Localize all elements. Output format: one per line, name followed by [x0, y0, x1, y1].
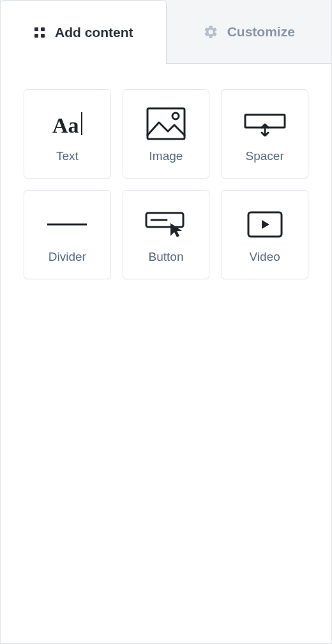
tile-label: Image: [149, 149, 183, 163]
tile-button[interactable]: Button: [123, 190, 210, 279]
image-icon: [146, 105, 186, 143]
video-icon: [247, 205, 283, 244]
tab-bar: Add content Customize: [1, 0, 331, 64]
tab-label: Customize: [227, 24, 295, 40]
svg-point-5: [172, 113, 179, 119]
tile-divider[interactable]: Divider: [24, 190, 111, 279]
tile-label: Video: [250, 250, 280, 264]
svg-rect-0: [34, 27, 38, 31]
tile-grid: Aa Text Image: [24, 89, 308, 279]
svg-rect-3: [41, 34, 45, 38]
tile-spacer[interactable]: Spacer: [221, 89, 308, 179]
svg-rect-2: [34, 34, 38, 38]
gear-icon: [203, 24, 218, 40]
tile-image[interactable]: Image: [123, 89, 210, 179]
svg-marker-12: [262, 220, 269, 229]
spacer-icon: [244, 105, 286, 143]
svg-rect-1: [41, 27, 45, 31]
grid-icon: [33, 26, 46, 39]
svg-rect-4: [147, 108, 185, 139]
tile-label: Spacer: [246, 149, 284, 163]
button-icon: [145, 205, 187, 244]
tab-add-content[interactable]: Add content: [1, 0, 167, 64]
tile-label: Text: [56, 149, 79, 163]
tab-customize[interactable]: Customize: [167, 0, 332, 64]
tile-label: Button: [149, 250, 184, 264]
content-panel: Add content Customize Aa Text: [0, 0, 332, 644]
tile-label: Divider: [49, 250, 86, 264]
tile-video[interactable]: Video: [221, 190, 308, 279]
tab-label: Add content: [55, 25, 133, 40]
tile-text[interactable]: Aa Text: [24, 89, 111, 179]
text-icon: Aa: [52, 105, 82, 143]
divider-icon: [47, 205, 87, 244]
content-area: Aa Text Image: [1, 64, 331, 305]
